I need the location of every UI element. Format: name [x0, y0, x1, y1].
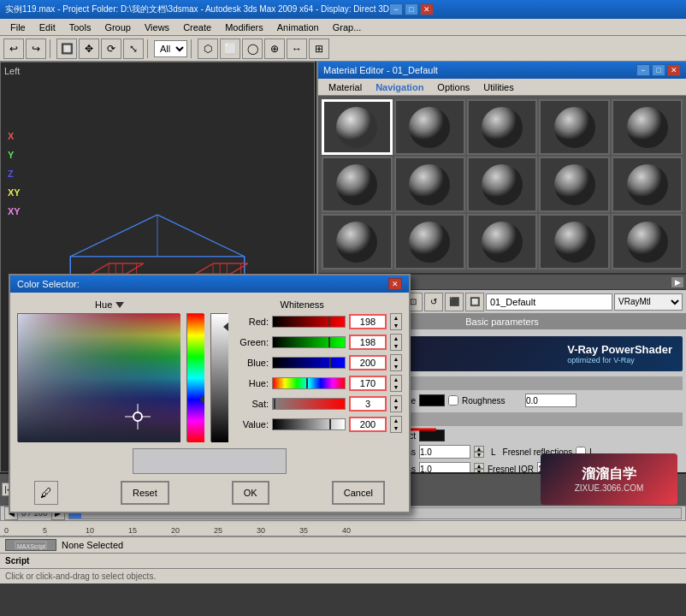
menu-animation[interactable]: Animation	[270, 21, 326, 34]
move-button[interactable]: ✥	[79, 38, 99, 59]
blue-spin-up[interactable]: ▲	[391, 355, 401, 363]
mat-show-map[interactable]: ⬛	[445, 293, 464, 311]
color-gradient-picker[interactable]	[17, 313, 180, 441]
hue-slider[interactable]	[272, 377, 346, 389]
sphere-cell-8[interactable]	[467, 157, 538, 212]
val-spin-up[interactable]: ▲	[391, 417, 401, 424]
sphere-cell-9[interactable]	[539, 157, 610, 212]
red-spinners: ▲ ▼	[390, 313, 402, 330]
sphere-cell-12[interactable]	[394, 214, 465, 270]
filter-select[interactable]: All	[154, 40, 187, 57]
menu-file[interactable]: File	[3, 21, 33, 34]
minimize-button[interactable]: −	[389, 3, 403, 15]
blue-slider[interactable]	[272, 357, 346, 369]
hue-spin-dn[interactable]: ▼	[391, 383, 401, 391]
close-button[interactable]: ✕	[420, 3, 434, 15]
sphere-cell-4[interactable]	[539, 99, 610, 155]
mat-maximize-button[interactable]: □	[652, 64, 665, 76]
mat-menu-utilities[interactable]: Utilities	[476, 80, 520, 94]
region-select-button[interactable]: ⬜	[220, 38, 240, 59]
color-cancel-button[interactable]: Cancel	[332, 481, 385, 505]
blue-slider-label: Blue:	[234, 358, 269, 368]
undo-button[interactable]: ↩	[3, 38, 24, 59]
green-thumb	[328, 337, 330, 347]
sat-spin-up[interactable]: ▲	[391, 396, 401, 404]
color-picker-icon[interactable]: 🖊	[34, 481, 58, 505]
sphere-cell-2[interactable]	[394, 99, 465, 155]
color-dialog-close-button[interactable]: ✕	[388, 278, 402, 290]
diffuse-color-swatch[interactable]	[419, 394, 445, 406]
refl-gloss-input[interactable]: 1.0	[419, 462, 470, 472]
color-reset-button[interactable]: Reset	[121, 481, 169, 505]
title-bar: 实例119.max - Project Folder: D:\我的文档\3dsm…	[0, 0, 686, 19]
refl-gloss-dn[interactable]: ▼	[474, 469, 484, 472]
sphere-nav-right[interactable]: ▶	[671, 276, 684, 288]
mat-name-input[interactable]: 01_Default	[486, 293, 612, 311]
sphere-cell-15[interactable]	[612, 214, 683, 270]
color-ok-button[interactable]: OK	[232, 481, 269, 505]
sphere-cell-13[interactable]	[467, 214, 538, 270]
scale-button[interactable]: ⤡	[123, 38, 144, 59]
snap-button[interactable]: ⊕	[264, 38, 285, 59]
red-spin-up[interactable]: ▲	[391, 314, 401, 322]
align-button[interactable]: ⊞	[309, 38, 329, 59]
title-text: 实例119.max - Project Folder: D:\我的文档\3dsm…	[5, 3, 389, 15]
select-obj-button[interactable]: ⬡	[198, 38, 218, 59]
menu-tools[interactable]: Tools	[62, 21, 98, 34]
sat-spin-dn[interactable]: ▼	[391, 404, 401, 412]
sphere-cell-14[interactable]	[539, 214, 610, 270]
watermark-overlay: 溜溜自学 ZIXUE.3066.COM	[541, 453, 677, 505]
hlight-input[interactable]: 1.0	[419, 445, 470, 459]
sphere-cell-1[interactable]	[322, 99, 393, 155]
sphere-cell-7[interactable]	[394, 157, 465, 212]
sphere-cell-5[interactable]	[612, 99, 683, 155]
menu-views[interactable]: Views	[138, 21, 176, 34]
maximize-button[interactable]: □	[405, 3, 418, 15]
red-slider[interactable]	[272, 316, 346, 328]
whiteness-bar[interactable]	[210, 313, 228, 441]
watermark-text-bottom: ZIXUE.3066.COM	[575, 483, 644, 493]
menu-modifiers[interactable]: Modifiers	[218, 21, 270, 34]
mat-show-bg[interactable]: 🔲	[465, 293, 484, 311]
green-slider[interactable]	[272, 336, 346, 348]
refl-gloss-up[interactable]: ▲	[474, 463, 484, 469]
roughness-input[interactable]: 0.0	[525, 394, 577, 407]
select-button[interactable]: 🔲	[56, 38, 77, 59]
mat-menu-options[interactable]: Options	[430, 80, 476, 94]
mat-close-button[interactable]: ✕	[667, 64, 681, 76]
hlight-spin-up[interactable]: ▲	[474, 446, 484, 452]
hue-spin-up[interactable]: ▲	[391, 376, 401, 383]
mat-menu-material[interactable]: Material	[322, 80, 369, 94]
green-spin-dn[interactable]: ▼	[391, 342, 401, 350]
hue-bar[interactable]	[186, 313, 204, 441]
color-dialog-body: Hue Whiteness	[10, 293, 409, 512]
toolbar-sep-1	[50, 39, 53, 58]
sat-slider[interactable]	[272, 398, 346, 410]
menu-graph[interactable]: Grap...	[326, 21, 369, 34]
hlight-spin-dn[interactable]: ▼	[474, 452, 484, 458]
green-spin-up[interactable]: ▲	[391, 335, 401, 342]
sphere-cell-6[interactable]	[322, 157, 393, 212]
window-button[interactable]: ◯	[242, 38, 263, 59]
sphere-cell-10[interactable]	[612, 157, 683, 212]
mat-menu-navigation[interactable]: Navigation	[369, 80, 430, 94]
sphere-cell-11[interactable]	[322, 214, 393, 270]
l-button-label[interactable]: L	[491, 447, 496, 457]
red-spin-dn[interactable]: ▼	[391, 322, 401, 329]
mat-type-select[interactable]: VRayMtl	[614, 293, 683, 311]
blue-spin-dn[interactable]: ▼	[391, 363, 401, 370]
menu-edit[interactable]: Edit	[33, 21, 62, 34]
rotate-button[interactable]: ⟳	[101, 38, 121, 59]
diffuse-checkbox[interactable]	[448, 395, 458, 406]
menu-create[interactable]: Create	[176, 21, 218, 34]
val-spin-dn[interactable]: ▼	[391, 424, 401, 432]
mat-minimize-button[interactable]: −	[636, 64, 650, 76]
mirror-button[interactable]: ↔	[287, 38, 307, 59]
val-slider[interactable]	[272, 418, 346, 430]
mat-reset[interactable]: ↺	[424, 293, 443, 311]
redo-button[interactable]: ↪	[26, 38, 46, 59]
sphere-cell-3[interactable]	[467, 99, 538, 155]
blue-value-box: 200	[349, 355, 387, 370]
color-preview-swatch[interactable]	[133, 448, 287, 474]
menu-group[interactable]: Group	[98, 21, 138, 34]
